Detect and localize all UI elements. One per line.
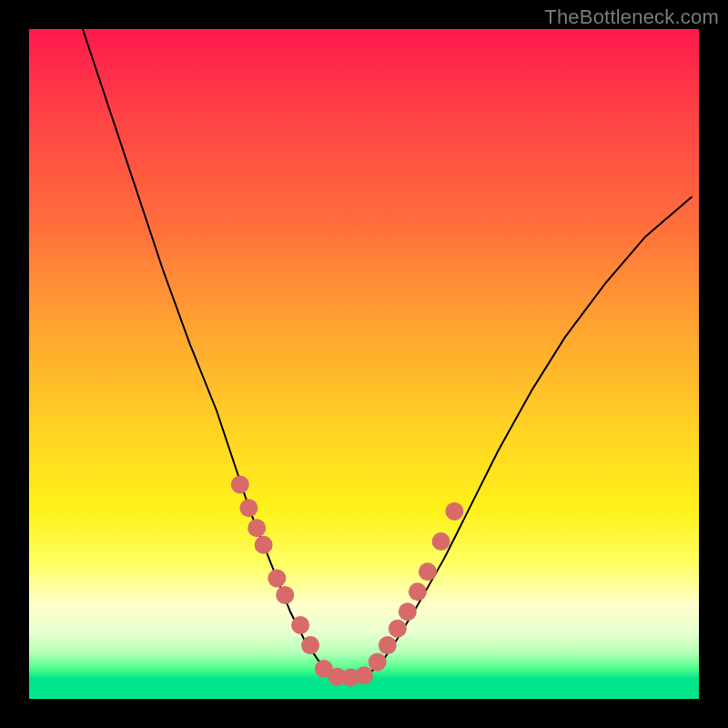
curve-marker: [301, 636, 319, 654]
bottleneck-curve-path: [83, 29, 693, 679]
curve-marker: [445, 502, 463, 521]
plot-area: [29, 29, 699, 699]
curve-marker: [419, 562, 437, 581]
marker-group: [231, 476, 464, 687]
curve-marker: [255, 536, 273, 554]
curve-marker: [389, 620, 407, 638]
curve-marker: [248, 519, 266, 537]
watermark-text: TheBottleneck.com: [544, 5, 719, 29]
curve-marker: [432, 532, 450, 551]
bottleneck-curve: [83, 29, 693, 679]
curve-marker: [239, 499, 258, 517]
curve-layer: [29, 29, 699, 699]
curve-marker: [268, 570, 286, 588]
curve-marker: [369, 653, 387, 672]
curve-marker: [379, 636, 397, 654]
chart-frame: TheBottleneck.com: [0, 0, 728, 728]
curve-marker: [399, 602, 417, 621]
curve-marker: [355, 666, 373, 684]
curve-marker: [231, 476, 249, 494]
curve-marker: [276, 586, 294, 604]
curve-marker: [409, 582, 427, 601]
curve-marker: [291, 616, 309, 634]
